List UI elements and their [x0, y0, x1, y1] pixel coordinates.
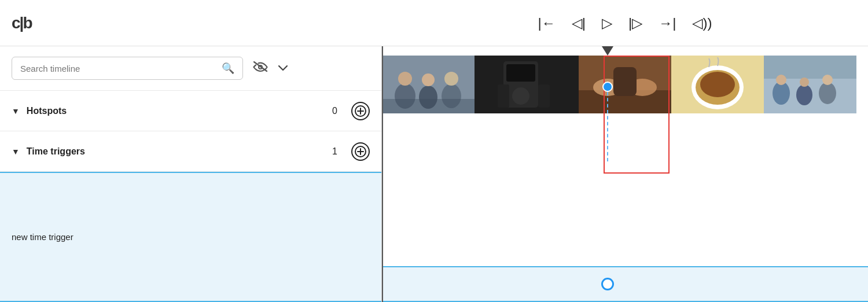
trigger-label: new time trigger	[12, 232, 73, 242]
toolbar-left: c|b	[12, 14, 393, 32]
step-forward-button[interactable]: |▷	[628, 16, 642, 30]
filmstrip-thumb-5	[764, 56, 856, 113]
svg-point-33	[776, 75, 786, 85]
svg-rect-17	[506, 64, 535, 82]
right-panel	[382, 46, 868, 302]
filmstrip	[382, 56, 868, 113]
svg-point-9	[398, 72, 412, 86]
hotspots-label: Hotspots	[27, 106, 325, 116]
main-layout: 🔍 ▼ Hotspots 0	[0, 46, 868, 302]
logo-icon: c|b	[12, 14, 32, 32]
visibility-toggle-icon[interactable]	[252, 60, 269, 76]
svg-point-11	[422, 73, 435, 86]
skip-start-button[interactable]: |←	[538, 16, 556, 30]
search-box[interactable]: 🔍	[12, 57, 243, 80]
playhead-dashed-line	[607, 92, 608, 161]
playhead-marker	[602, 46, 613, 56]
svg-point-13	[444, 72, 458, 86]
svg-point-35	[800, 78, 809, 87]
search-row: 🔍	[0, 46, 381, 91]
hotspots-section-row: ▼ Hotspots 0	[0, 91, 381, 131]
time-triggers-chevron-icon[interactable]: ▼	[12, 147, 20, 156]
play-button[interactable]: ▷	[602, 16, 612, 30]
filmstrip-thumb-4	[671, 56, 764, 113]
filmstrip-thumb-2	[475, 56, 579, 113]
volume-button[interactable]: ◁))	[692, 16, 712, 30]
svg-rect-19	[498, 84, 509, 108]
time-triggers-count: 1	[332, 146, 337, 157]
hotspots-count: 0	[332, 106, 337, 116]
toolbar: c|b |← ◁| ▷ |▷ →| ◁))	[0, 0, 868, 46]
svg-point-29	[700, 72, 735, 97]
timeline-left-border	[382, 46, 383, 302]
filmstrip-thumb-1	[382, 56, 475, 113]
chevron-down-icon[interactable]	[278, 62, 288, 75]
trigger-row-left[interactable]: new time trigger	[0, 172, 381, 302]
trigger-row-right	[382, 266, 868, 302]
time-triggers-label: Time triggers	[27, 146, 325, 157]
filmstrip-thumb-3	[579, 56, 671, 113]
svg-point-18	[512, 87, 529, 105]
svg-rect-14	[382, 99, 475, 113]
left-panel: 🔍 ▼ Hotspots 0	[0, 46, 382, 302]
svg-point-37	[822, 75, 833, 85]
time-triggers-section-row: ▼ Time triggers 1	[0, 131, 381, 172]
add-hotspot-button[interactable]	[351, 102, 370, 120]
svg-rect-25	[613, 67, 637, 96]
hotspots-chevron-icon[interactable]: ▼	[12, 106, 20, 116]
step-back-button[interactable]: ◁|	[572, 16, 586, 30]
trigger-dot	[601, 278, 614, 290]
search-input[interactable]	[20, 64, 222, 73]
svg-point-34	[796, 84, 812, 105]
search-icon: 🔍	[222, 62, 234, 75]
svg-rect-20	[538, 84, 550, 108]
skip-end-button[interactable]: →|	[659, 16, 676, 30]
playhead-top-dot	[602, 82, 613, 92]
toolbar-center: |← ◁| ▷ |▷ →| ◁))	[393, 16, 856, 30]
add-time-trigger-button[interactable]	[351, 142, 370, 161]
svg-point-36	[819, 82, 836, 104]
